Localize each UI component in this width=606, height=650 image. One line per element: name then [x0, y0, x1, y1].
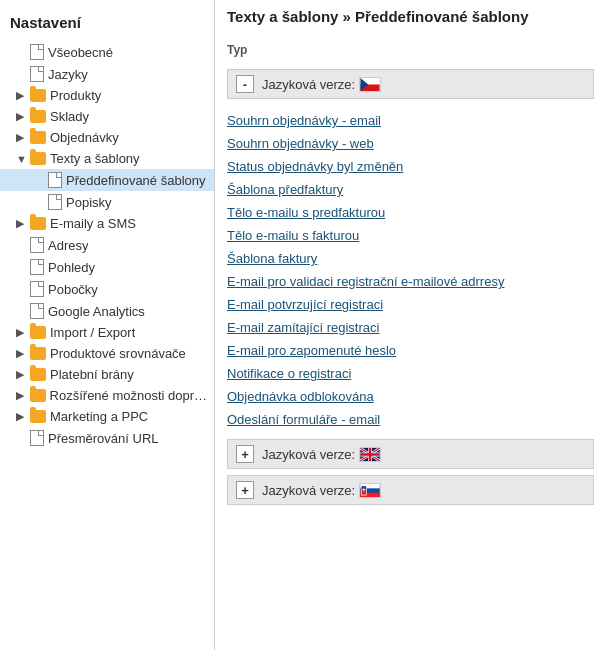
folder-icon [30, 152, 46, 165]
lang-label-cz: Jazyková verze: [262, 77, 355, 92]
sidebar-item-platebni-brany[interactable]: ▶Platební brány [0, 364, 214, 385]
sidebar-item-produktove-srovnavace[interactable]: ▶Produktové srovnávače [0, 343, 214, 364]
sidebar-item-label: Popisky [66, 195, 112, 210]
sidebar-item-label: Import / Export [50, 325, 135, 340]
sidebar-item-popisky[interactable]: Popisky [0, 191, 214, 213]
expand-arrow[interactable]: ▶ [16, 410, 28, 423]
sidebar-item-emaily-a-sms[interactable]: ▶E-maily a SMS [0, 213, 214, 234]
expand-arrow[interactable]: ▶ [16, 389, 28, 402]
sidebar-item-label: Texty a šablony [50, 151, 140, 166]
template-link-10[interactable]: E-mail pro zapomenuté heslo [227, 339, 594, 362]
folder-icon [30, 131, 46, 144]
sidebar-item-produkty[interactable]: ▶Produkty [0, 85, 214, 106]
toggle-btn-sk[interactable]: + [236, 481, 254, 499]
toggle-btn-cz[interactable]: - [236, 75, 254, 93]
sidebar-item-rozsirene-moznosti[interactable]: ▶Rozšířené možnosti dopravy [0, 385, 214, 406]
lang-section-header-sk: + Jazyková verze: [227, 475, 594, 505]
sidebar-item-vseobecne[interactable]: Všeobecné [0, 41, 214, 63]
template-link-11[interactable]: Notifikace o registraci [227, 362, 594, 385]
expand-arrow[interactable]: ▶ [16, 326, 28, 339]
template-link-8[interactable]: E-mail potvrzující registraci [227, 293, 594, 316]
lang-label-sk: Jazyková verze: [262, 483, 355, 498]
template-link-1[interactable]: Souhrn objednávky - web [227, 132, 594, 155]
sidebar-item-label: Pobočky [48, 282, 98, 297]
file-icon [48, 172, 62, 188]
sidebar-item-label: Předdefinované šablony [66, 173, 206, 188]
sidebar-item-presmerovani-url[interactable]: Přesměrování URL [0, 427, 214, 449]
sidebar-item-pobocky[interactable]: Pobočky [0, 278, 214, 300]
file-icon [30, 430, 44, 446]
file-icon [30, 237, 44, 253]
folder-icon [30, 89, 46, 102]
file-icon [30, 66, 44, 82]
expand-arrow[interactable]: ▶ [16, 110, 28, 123]
main-content: Texty a šablony » Předdefinované šablony… [215, 0, 606, 650]
sidebar-item-objednavky[interactable]: ▶Objednávky [0, 127, 214, 148]
sidebar-item-marketing-ppc[interactable]: ▶Marketing a PPC [0, 406, 214, 427]
sidebar-item-jazyky[interactable]: Jazyky [0, 63, 214, 85]
template-link-7[interactable]: E-mail pro validaci registrační e-mailov… [227, 270, 594, 293]
folder-icon [30, 326, 46, 339]
sidebar-item-label: Přesměrování URL [48, 431, 159, 446]
column-header: Typ [227, 43, 594, 61]
sidebar-item-preddefinovane-sablony[interactable]: Předdefinované šablony [0, 169, 214, 191]
template-link-0[interactable]: Souhrn objednávky - email [227, 109, 594, 132]
sidebar-item-adresy[interactable]: Adresy [0, 234, 214, 256]
sidebar-item-label: Pohledy [48, 260, 95, 275]
template-link-12[interactable]: Objednávka odblokována [227, 385, 594, 408]
sidebar-item-google-analytics[interactable]: Google Analytics [0, 300, 214, 322]
expand-arrow[interactable]: ▼ [16, 153, 28, 165]
file-icon [30, 303, 44, 319]
template-link-2[interactable]: Status objednávky byl změněn [227, 155, 594, 178]
folder-icon [30, 389, 46, 402]
sidebar-item-label: Sklady [50, 109, 89, 124]
sidebar-item-label: Adresy [48, 238, 88, 253]
sidebar-item-label: Produkty [50, 88, 101, 103]
sidebar-item-label: Jazyky [48, 67, 88, 82]
sidebar-item-label: Google Analytics [48, 304, 145, 319]
sidebar-item-sklady[interactable]: ▶Sklady [0, 106, 214, 127]
lang-section-header-cz: - Jazyková verze: [227, 69, 594, 99]
file-icon [30, 259, 44, 275]
sidebar-item-label: Produktové srovnávače [50, 346, 186, 361]
file-icon [48, 194, 62, 210]
sidebar-item-label: Marketing a PPC [50, 409, 148, 424]
sidebar-item-texty-a-sablony[interactable]: ▼Texty a šablony [0, 148, 214, 169]
sidebar-item-pohledy[interactable]: Pohledy [0, 256, 214, 278]
template-link-4[interactable]: Tělo e-mailu s predfakturou [227, 201, 594, 224]
expand-arrow[interactable]: ▶ [16, 217, 28, 230]
template-link-5[interactable]: Tělo e-mailu s fakturou [227, 224, 594, 247]
page-title: Texty a šablony » Předdefinované šablony [227, 8, 594, 31]
links-container-cz: Souhrn objednávky - emailSouhrn objednáv… [227, 105, 594, 439]
folder-icon [30, 368, 46, 381]
expand-arrow[interactable]: ▶ [16, 131, 28, 144]
language-sections: - Jazyková verze: Souhrn objednávky - em… [227, 69, 594, 505]
file-icon [30, 281, 44, 297]
sidebar-item-label: Rozšířené možnosti dopravy [50, 388, 210, 403]
folder-icon [30, 410, 46, 423]
toggle-btn-uk[interactable]: + [236, 445, 254, 463]
lang-label-uk: Jazyková verze: [262, 447, 355, 462]
sidebar-item-label: Platební brány [50, 367, 134, 382]
expand-arrow[interactable]: ▶ [16, 89, 28, 102]
flag-sk [359, 483, 381, 498]
template-link-6[interactable]: Šablona faktury [227, 247, 594, 270]
folder-icon [30, 110, 46, 123]
sidebar-item-import-export[interactable]: ▶Import / Export [0, 322, 214, 343]
folder-icon [30, 217, 46, 230]
sidebar-items: VšeobecnéJazyky▶Produkty▶Sklady▶Objednáv… [0, 41, 214, 449]
flag-cz [359, 77, 381, 92]
folder-icon [30, 347, 46, 360]
template-link-9[interactable]: E-mail zamítající registraci [227, 316, 594, 339]
template-link-3[interactable]: Šablona předfaktury [227, 178, 594, 201]
sidebar: Nastavení VšeobecnéJazyky▶Produkty▶Sklad… [0, 0, 215, 650]
sidebar-item-label: E-maily a SMS [50, 216, 136, 231]
expand-arrow[interactable]: ▶ [16, 368, 28, 381]
template-link-13[interactable]: Odeslání formuláře - email [227, 408, 594, 431]
file-icon [30, 44, 44, 60]
flag-uk [359, 447, 381, 462]
lang-section-header-uk: + Jazyková verze: [227, 439, 594, 469]
sidebar-item-label: Všeobecné [48, 45, 113, 60]
sidebar-title: Nastavení [0, 8, 214, 41]
expand-arrow[interactable]: ▶ [16, 347, 28, 360]
